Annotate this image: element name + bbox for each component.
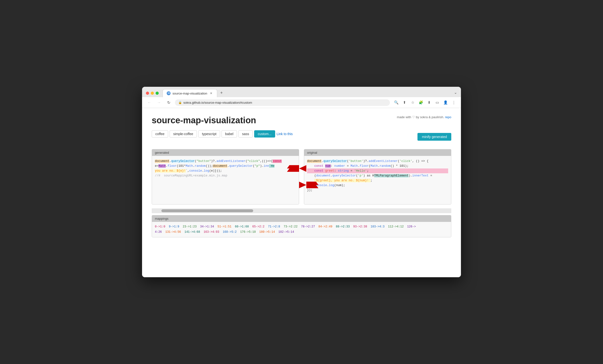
generated-panel: generated document.querySelector("button…	[152, 149, 299, 204]
code-line: const num: number = Math.floor(Math.rand…	[307, 164, 448, 168]
tab-title: source-map-visualization	[173, 92, 207, 95]
mapping-item[interactable]: 88->2:33	[336, 225, 350, 228]
mapping-item[interactable]: 4:26	[155, 230, 162, 234]
mapping-item[interactable]: 176->5:10	[240, 230, 256, 234]
coffee-button[interactable]: coffee	[152, 130, 168, 138]
code-line: (document.querySelector('p') as HTMLPara…	[307, 173, 448, 178]
mapping-item[interactable]: 0->1:0	[155, 225, 165, 228]
code-line: `${greet}, you are no. ${num}!`;	[307, 178, 448, 183]
address-bar: ← → ↻ 🔒 sokra.github.io/source-map-visua…	[142, 97, 461, 108]
custom-button[interactable]: custom...	[254, 130, 275, 138]
mappings-header: mappings	[152, 215, 451, 222]
page-title: source-map-visualization	[152, 115, 256, 125]
mapping-item[interactable]: 78->2:27	[301, 225, 315, 228]
generated-panel-body[interactable]: document.querySelector("button")?.addEve…	[152, 156, 299, 204]
page-content: source-map-visualization made with ♡ by …	[142, 108, 461, 277]
tab-favicon: 🗺	[167, 91, 171, 95]
back-button[interactable]: ←	[146, 99, 153, 106]
code-line: you are no. ${e}!`,console.log(e)}));	[155, 168, 296, 173]
mapping-item[interactable]: 131->4:56	[165, 230, 181, 234]
mapping-item[interactable]: 141->4:68	[184, 230, 200, 234]
mapping-item[interactable]: 65->2:2	[252, 225, 264, 228]
panels-wrapper: generated document.querySelector("button…	[152, 149, 451, 204]
mapping-item[interactable]: 34->1:34	[200, 225, 214, 228]
lock-icon: 🔒	[178, 101, 182, 104]
original-panel-header: original	[304, 149, 451, 156]
scroll-thumb[interactable]	[161, 209, 253, 212]
mapping-item[interactable]: 73->2:22	[284, 225, 298, 228]
url-text: sokra.github.io/source-map-visualization…	[183, 101, 252, 105]
reader-button[interactable]: ▭	[434, 99, 441, 106]
mapping-item[interactable]: 163->4:93	[204, 230, 219, 234]
mappings-body: 0->1:0 9->1:9 23->1:23 34->1:34 51->1:51…	[152, 222, 451, 237]
extensions-button[interactable]: 🧩	[417, 99, 424, 106]
traffic-lights	[146, 92, 159, 95]
code-line: document.querySelector('button')?.addEve…	[307, 159, 448, 164]
minify-button[interactable]: minify generated	[417, 133, 451, 141]
tab-close-button[interactable]: ✕	[209, 91, 213, 95]
bookmark-button[interactable]: ☆	[409, 99, 416, 106]
reload-button[interactable]: ↻	[165, 99, 172, 106]
tab-overflow-button[interactable]: ⌄	[454, 90, 457, 95]
mappings-panel: mappings 0->1:0 9->1:9 23->1:23 34->1:34…	[152, 215, 451, 237]
code-line: });	[307, 188, 448, 193]
mapping-item[interactable]: 51->1:51	[217, 225, 232, 228]
address-input[interactable]: 🔒 sokra.github.io/source-map-visualizati…	[175, 99, 390, 106]
code-line: //# sourceMappingURL=example.min.js.map	[155, 173, 296, 178]
example-buttons: coffee simple-coffee typescript babel sa…	[152, 130, 293, 138]
title-bar: 🗺 source-map-visualization ✕ + ⌄	[142, 87, 461, 97]
typescript-button[interactable]: typescript	[198, 130, 220, 138]
mapping-item[interactable]: 112->4:12	[388, 225, 404, 228]
code-line: document.querySelector("button")?.addEve…	[155, 159, 296, 164]
mapping-item[interactable]: 126->	[407, 225, 416, 228]
mapping-item[interactable]: 103->4:3	[371, 225, 385, 228]
sass-button[interactable]: sass	[238, 130, 253, 138]
toolbar-actions: 🔍 ⬆ ☆ 🧩 ⬇ ▭ 👤 ⋮	[393, 99, 457, 106]
download-button[interactable]: ⬇	[426, 99, 432, 106]
share-button[interactable]: ⬆	[401, 99, 408, 106]
original-panel-body[interactable]: document.querySelector('button')?.addEve…	[304, 156, 451, 204]
page-header: source-map-visualization made with ♡ by …	[152, 115, 451, 125]
mapping-item[interactable]: 9->1:9	[169, 225, 179, 228]
active-tab[interactable]: 🗺 source-map-visualization ✕	[162, 89, 217, 97]
forward-button[interactable]: →	[156, 99, 162, 106]
tab-strip: 🗺 source-map-visualization ✕ +	[162, 89, 454, 97]
mapping-item[interactable]: 84->2:49	[318, 225, 332, 228]
controls-bar: coffee simple-coffee typescript babel sa…	[152, 130, 451, 143]
babel-button[interactable]: babel	[221, 130, 237, 138]
made-with: made with ♡ by sokra & paulirish. repo	[397, 115, 451, 119]
mapping-item[interactable]: 93->2:38	[353, 225, 367, 228]
link-to-this[interactable]: Link to this	[277, 132, 293, 136]
mapping-item[interactable]: 60->1:60	[235, 225, 249, 228]
minimize-button[interactable]	[151, 92, 154, 95]
generated-panel-header: generated	[152, 149, 299, 156]
search-button[interactable]: 🔍	[393, 99, 400, 106]
maximize-button[interactable]	[156, 92, 159, 95]
mapping-item[interactable]: 180->5:14	[259, 230, 275, 234]
mapping-item[interactable]: 168->5:2	[223, 230, 237, 234]
code-line: e=Math.floor(101*Math.random());document…	[155, 164, 296, 168]
menu-button[interactable]: ⋮	[450, 99, 457, 106]
panels: generated document.querySelector("button…	[152, 149, 451, 204]
code-line: console.log(num);	[307, 183, 448, 188]
code-line: const greet: string = 'Hello';	[307, 168, 448, 173]
mapping-item[interactable]: 182->5:14	[278, 230, 294, 234]
browser-window: 🗺 source-map-visualization ✕ + ⌄ ← → ↻ 🔒…	[142, 87, 461, 277]
mapping-item[interactable]: 71->2:8	[268, 225, 280, 228]
close-button[interactable]	[146, 92, 149, 95]
original-panel: original document.querySelector('button'…	[304, 149, 451, 204]
made-with-text: made with ♡ by sokra & paulirish.	[397, 115, 444, 119]
simple-coffee-button[interactable]: simple-coffee	[170, 130, 197, 138]
avatar-button[interactable]: 👤	[442, 99, 449, 106]
new-tab-button[interactable]: +	[218, 89, 225, 96]
scroll-area[interactable]	[152, 208, 451, 213]
mapping-item[interactable]: 23->1:23	[183, 225, 197, 228]
repo-link[interactable]: repo	[445, 115, 451, 119]
